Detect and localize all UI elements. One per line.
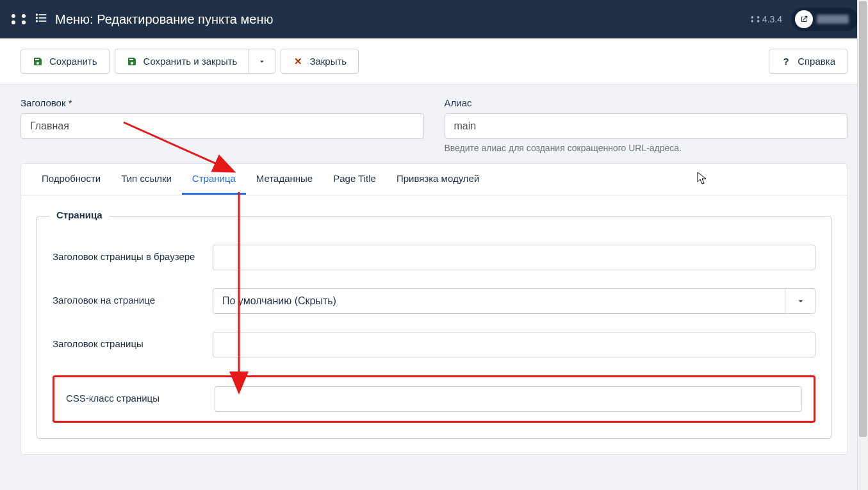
top-bar-left: Меню: Редактирование пункта меню <box>10 11 273 28</box>
title-label: Заголовок * <box>20 97 424 108</box>
browser-title-input[interactable] <box>213 245 815 270</box>
alias-hint: Введите алиас для создания сокращенного … <box>445 143 848 153</box>
page-heading-input[interactable] <box>213 332 815 357</box>
svg-rect-1 <box>39 14 47 15</box>
external-link-icon <box>795 10 813 28</box>
tab-details[interactable]: Подробности <box>31 164 111 195</box>
tab-page[interactable]: Страница <box>182 164 246 195</box>
chevron-down-icon <box>257 56 267 67</box>
pageclass-input[interactable] <box>215 386 802 412</box>
top-bar: Меню: Редактирование пункта меню 4.3.4 <box>0 0 868 38</box>
svg-rect-3 <box>39 17 47 19</box>
pageclass-row: CSS-класс страницы <box>66 386 802 412</box>
page-fieldset: Страница Заголовок страницы в браузере З… <box>37 216 831 439</box>
save-icon <box>127 56 137 67</box>
show-heading-select[interactable]: По умолчанию (Скрыть) <box>213 288 815 314</box>
toolbar: Сохранить Сохранить и закрыть ✕ Закрыть … <box>0 38 868 85</box>
top-bar-right: 4.3.4 <box>751 8 858 31</box>
form-area: Заголовок * Алиас Введите алиас для созд… <box>0 85 868 468</box>
tabs-container: Подробности Тип ссылки Страница Метаданн… <box>20 163 848 455</box>
save-button[interactable]: Сохранить <box>20 49 110 74</box>
menu-toggle-icon[interactable] <box>35 12 47 28</box>
browser-title-label: Заголовок страницы в браузере <box>53 245 213 262</box>
page-title: Меню: Редактирование пункта меню <box>55 12 273 27</box>
save-close-button[interactable]: Сохранить и закрыть <box>115 49 250 74</box>
alias-input[interactable] <box>445 113 848 139</box>
close-button[interactable]: ✕ Закрыть <box>281 49 359 74</box>
tab-link-type[interactable]: Тип ссылки <box>111 164 182 195</box>
fieldset-legend: Страница <box>50 209 109 220</box>
joomla-small-icon <box>751 15 760 24</box>
help-button[interactable]: ? Справка <box>769 49 848 74</box>
save-dropdown-button[interactable] <box>249 49 275 74</box>
svg-point-2 <box>36 17 38 19</box>
save-icon <box>33 56 43 67</box>
tabs: Подробности Тип ссылки Страница Метаданн… <box>21 164 847 195</box>
version-label[interactable]: 4.3.4 <box>751 14 782 24</box>
close-icon: ✕ <box>293 56 303 67</box>
user-menu[interactable] <box>791 8 858 31</box>
highlight-annotation: CSS-класс страницы <box>53 375 815 423</box>
joomla-logo-icon[interactable] <box>10 11 27 28</box>
page-heading-row: Заголовок страницы <box>53 332 815 357</box>
title-input[interactable] <box>20 113 424 139</box>
title-row: Заголовок * Алиас Введите алиас для созд… <box>20 97 848 153</box>
show-heading-label: Заголовок на странице <box>53 288 213 306</box>
help-icon: ? <box>781 56 791 67</box>
svg-point-4 <box>36 20 38 22</box>
save-close-group: Сохранить и закрыть <box>115 49 276 74</box>
page-heading-label: Заголовок страницы <box>53 332 213 349</box>
tab-page-title[interactable]: Page Title <box>323 164 386 195</box>
scrollbar-thumb[interactable] <box>859 1 867 437</box>
svg-rect-5 <box>39 20 47 22</box>
vertical-scrollbar[interactable] <box>857 0 868 468</box>
tab-modules[interactable]: Привязка модулей <box>386 164 489 195</box>
alias-column: Алиас Введите алиас для создания сокраще… <box>445 97 848 153</box>
browser-title-row: Заголовок страницы в браузере <box>53 245 815 270</box>
title-column: Заголовок * <box>20 97 424 153</box>
username-blurred <box>817 15 849 24</box>
pageclass-label: CSS-класс страницы <box>66 386 215 404</box>
show-heading-row: Заголовок на странице По умолчанию (Скры… <box>53 288 815 314</box>
svg-point-0 <box>36 13 38 15</box>
tab-metadata[interactable]: Метаданные <box>246 164 323 195</box>
tab-content: Страница Заголовок страницы в браузере З… <box>21 195 847 454</box>
alias-label: Алиас <box>445 97 848 108</box>
